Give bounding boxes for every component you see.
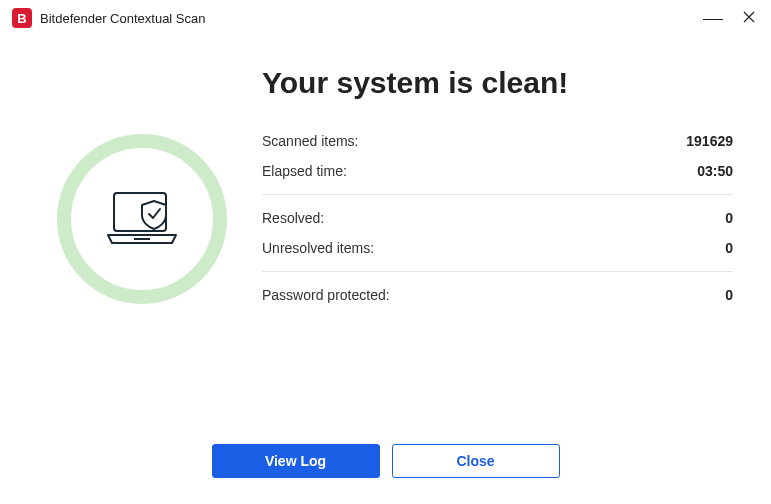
- stat-password-protected: Password protected: 0: [262, 280, 733, 310]
- stat-value: 0: [725, 210, 733, 226]
- stat-value: 191629: [686, 133, 733, 149]
- stat-value: 0: [725, 287, 733, 303]
- stat-scanned-items: Scanned items: 191629: [262, 126, 733, 156]
- stat-value: 0: [725, 240, 733, 256]
- results-column: Your system is clean! Scanned items: 191…: [242, 66, 733, 310]
- stat-label: Scanned items:: [262, 133, 359, 149]
- view-log-button[interactable]: View Log: [212, 444, 380, 478]
- stat-label: Unresolved items:: [262, 240, 374, 256]
- status-ring: [57, 134, 227, 304]
- button-row: View Log Close: [0, 444, 771, 478]
- close-button[interactable]: Close: [392, 444, 560, 478]
- divider: [262, 194, 733, 195]
- titlebar: B Bitdefender Contextual Scan: [0, 0, 771, 36]
- window-controls: [703, 11, 759, 26]
- content-area: Your system is clean! Scanned items: 191…: [0, 36, 771, 310]
- stat-elapsed-time: Elapsed time: 03:50: [262, 156, 733, 186]
- minimize-button[interactable]: [703, 11, 723, 26]
- stat-resolved: Resolved: 0: [262, 203, 733, 233]
- status-graphic-column: [42, 66, 242, 310]
- app-title: Bitdefender Contextual Scan: [40, 11, 703, 26]
- stat-unresolved: Unresolved items: 0: [262, 233, 733, 263]
- stat-label: Elapsed time:: [262, 163, 347, 179]
- divider: [262, 271, 733, 272]
- laptop-shield-icon: [100, 187, 184, 251]
- headline: Your system is clean!: [262, 66, 733, 100]
- close-window-button[interactable]: [739, 11, 759, 26]
- stat-value: 03:50: [697, 163, 733, 179]
- stat-label: Password protected:: [262, 287, 390, 303]
- stat-label: Resolved:: [262, 210, 324, 226]
- app-icon: B: [12, 8, 32, 28]
